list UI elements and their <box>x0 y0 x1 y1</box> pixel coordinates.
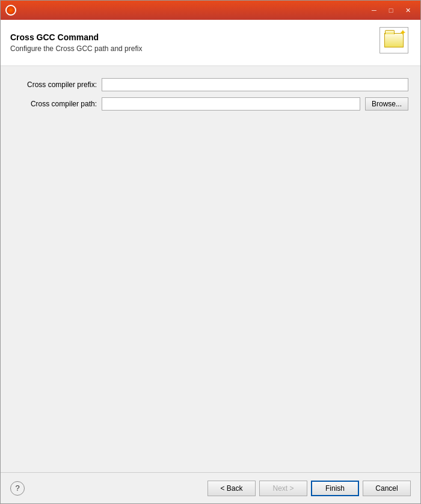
title-bar: ─ □ ✕ <box>1 1 420 20</box>
footer: ? < Back Next > Finish Cancel <box>1 472 420 503</box>
minimize-button[interactable]: ─ <box>366 4 382 17</box>
content-spacer <box>13 117 408 460</box>
main-window: ─ □ ✕ Cross GCC Command Configure the Cr… <box>0 0 421 504</box>
header-icon-inner: ✦ <box>380 27 408 53</box>
path-input[interactable] <box>102 97 360 111</box>
header-section: Cross GCC Command Configure the Cross GC… <box>1 20 420 66</box>
path-label: Cross compiler path: <box>13 100 97 108</box>
dialog-subtitle: Configure the Cross GCC path and prefix <box>10 44 142 53</box>
header-icon: ✦ <box>380 27 411 58</box>
browse-button[interactable]: Browse... <box>365 97 408 111</box>
cancel-button[interactable]: Cancel <box>363 481 411 496</box>
title-bar-controls: ─ □ ✕ <box>366 4 416 17</box>
footer-left: ? <box>10 481 25 496</box>
finish-button[interactable]: Finish <box>311 481 359 496</box>
dialog-title: Cross GCC Command <box>10 32 142 42</box>
prefix-input[interactable] <box>102 78 408 91</box>
content-area: Cross compiler prefix: Cross compiler pa… <box>1 66 420 472</box>
prefix-label: Cross compiler prefix: <box>13 80 97 89</box>
prefix-row: Cross compiler prefix: <box>13 78 408 91</box>
title-bar-left <box>5 5 16 16</box>
footer-right: < Back Next > Finish Cancel <box>207 481 411 496</box>
header-text: Cross GCC Command Configure the Cross GC… <box>10 32 142 53</box>
close-button[interactable]: ✕ <box>400 4 416 17</box>
help-button[interactable]: ? <box>10 481 25 496</box>
back-button[interactable]: < Back <box>207 481 256 496</box>
path-row: Cross compiler path: Browse... <box>13 97 408 111</box>
app-icon <box>5 5 16 16</box>
next-button[interactable]: Next > <box>259 481 307 496</box>
star-icon: ✦ <box>399 28 408 36</box>
maximize-button[interactable]: □ <box>383 4 399 17</box>
